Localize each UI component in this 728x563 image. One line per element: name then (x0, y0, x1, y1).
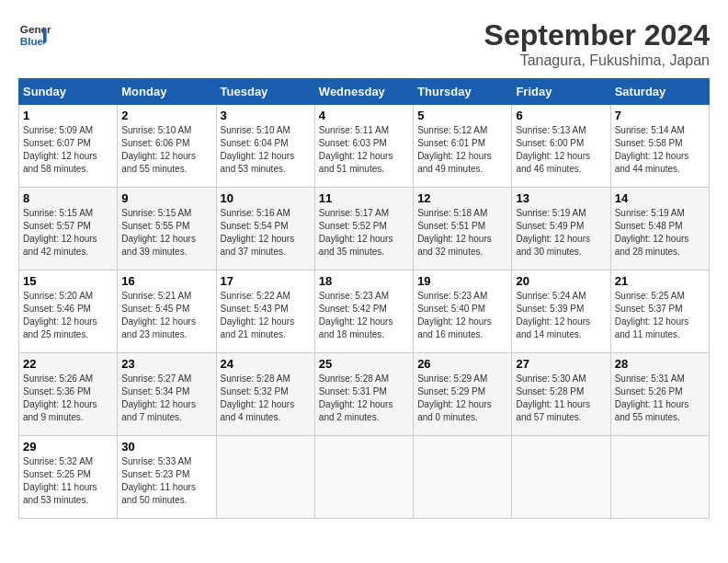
day-number: 19 (417, 274, 507, 288)
day-number: 9 (121, 191, 211, 205)
day-number: 29 (23, 440, 113, 454)
day-detail: Sunrise: 5:10 AMSunset: 6:06 PMDaylight:… (121, 124, 211, 176)
day-number: 1 (23, 109, 113, 122)
day-number: 7 (615, 109, 705, 122)
calendar-day-cell: 7Sunrise: 5:14 AMSunset: 5:58 PMDaylight… (610, 105, 709, 188)
calendar-day-cell: 22Sunrise: 5:26 AMSunset: 5:36 PMDayligh… (19, 353, 118, 436)
calendar-day-cell: 8Sunrise: 5:15 AMSunset: 5:57 PMDaylight… (19, 188, 118, 270)
day-number: 13 (516, 191, 606, 205)
title-area: September 2024 Tanagura, Fukushima, Japa… (484, 18, 710, 69)
calendar-day-cell (512, 436, 610, 519)
calendar-day-cell: 16Sunrise: 5:21 AMSunset: 5:45 PMDayligh… (118, 270, 216, 353)
day-number: 24 (221, 357, 311, 371)
calendar-day-cell: 2Sunrise: 5:10 AMSunset: 6:06 PMDaylight… (118, 105, 216, 188)
calendar-week-row: 8Sunrise: 5:15 AMSunset: 5:57 PMDaylight… (19, 188, 710, 270)
day-detail: Sunrise: 5:16 AMSunset: 5:54 PMDaylight:… (221, 207, 311, 259)
calendar-header-row: SundayMondayTuesdayWednesdayThursdayFrid… (19, 79, 710, 105)
day-detail: Sunrise: 5:18 AMSunset: 5:51 PMDaylight:… (417, 207, 507, 259)
calendar-day-cell: 10Sunrise: 5:16 AMSunset: 5:54 PMDayligh… (216, 188, 314, 270)
day-number: 17 (221, 274, 311, 288)
day-detail: Sunrise: 5:15 AMSunset: 5:55 PMDaylight:… (121, 207, 211, 259)
day-detail: Sunrise: 5:09 AMSunset: 6:07 PMDaylight:… (23, 124, 113, 176)
day-detail: Sunrise: 5:25 AMSunset: 5:37 PMDaylight:… (615, 290, 705, 341)
calendar-day-cell: 18Sunrise: 5:23 AMSunset: 5:42 PMDayligh… (314, 270, 413, 353)
calendar-day-cell: 30Sunrise: 5:33 AMSunset: 5:23 PMDayligh… (118, 436, 216, 519)
day-detail: Sunrise: 5:24 AMSunset: 5:39 PMDaylight:… (516, 290, 606, 341)
day-detail: Sunrise: 5:14 AMSunset: 5:58 PMDaylight:… (615, 124, 705, 176)
day-detail: Sunrise: 5:30 AMSunset: 5:28 PMDaylight:… (516, 373, 606, 424)
day-number: 15 (23, 274, 113, 288)
day-detail: Sunrise: 5:29 AMSunset: 5:29 PMDaylight:… (417, 373, 507, 424)
calendar-table: SundayMondayTuesdayWednesdayThursdayFrid… (18, 78, 710, 519)
day-number: 21 (615, 274, 705, 288)
day-of-week-header: Sunday (19, 79, 118, 105)
calendar-day-cell: 27Sunrise: 5:30 AMSunset: 5:28 PMDayligh… (512, 353, 610, 436)
calendar-day-cell (314, 436, 413, 519)
calendar-week-row: 22Sunrise: 5:26 AMSunset: 5:36 PMDayligh… (19, 353, 710, 436)
calendar-day-cell (414, 436, 512, 519)
day-detail: Sunrise: 5:19 AMSunset: 5:49 PMDaylight:… (516, 207, 606, 259)
day-detail: Sunrise: 5:23 AMSunset: 5:40 PMDaylight:… (417, 290, 507, 341)
calendar-body: 1Sunrise: 5:09 AMSunset: 6:07 PMDaylight… (19, 105, 710, 519)
day-detail: Sunrise: 5:12 AMSunset: 6:01 PMDaylight:… (417, 124, 507, 176)
calendar-day-cell: 5Sunrise: 5:12 AMSunset: 6:01 PMDaylight… (414, 105, 512, 188)
day-detail: Sunrise: 5:22 AMSunset: 5:43 PMDaylight:… (221, 290, 311, 341)
day-detail: Sunrise: 5:28 AMSunset: 5:32 PMDaylight:… (221, 373, 311, 424)
day-of-week-header: Friday (512, 79, 610, 105)
day-number: 28 (615, 357, 705, 371)
day-detail: Sunrise: 5:11 AMSunset: 6:03 PMDaylight:… (319, 124, 409, 176)
calendar-day-cell (216, 436, 314, 519)
calendar-day-cell: 12Sunrise: 5:18 AMSunset: 5:51 PMDayligh… (414, 188, 512, 270)
day-detail: Sunrise: 5:32 AMSunset: 5:25 PMDaylight:… (23, 455, 113, 507)
svg-text:Blue: Blue (20, 35, 44, 47)
day-detail: Sunrise: 5:17 AMSunset: 5:52 PMDaylight:… (319, 207, 409, 259)
day-of-week-header: Tuesday (216, 79, 314, 105)
day-number: 4 (319, 109, 409, 122)
calendar-day-cell: 29Sunrise: 5:32 AMSunset: 5:25 PMDayligh… (19, 436, 118, 519)
day-number: 30 (121, 440, 211, 454)
calendar-day-cell: 26Sunrise: 5:29 AMSunset: 5:29 PMDayligh… (414, 353, 512, 436)
calendar-day-cell: 24Sunrise: 5:28 AMSunset: 5:32 PMDayligh… (216, 353, 314, 436)
day-number: 11 (319, 191, 409, 205)
calendar-day-cell: 3Sunrise: 5:10 AMSunset: 6:04 PMDaylight… (216, 105, 314, 188)
svg-text:General: General (20, 23, 51, 35)
calendar-day-cell: 11Sunrise: 5:17 AMSunset: 5:52 PMDayligh… (314, 188, 413, 270)
day-number: 2 (121, 109, 211, 122)
day-number: 23 (121, 357, 211, 371)
day-number: 12 (417, 191, 507, 205)
calendar-day-cell: 13Sunrise: 5:19 AMSunset: 5:49 PMDayligh… (512, 188, 610, 270)
day-detail: Sunrise: 5:27 AMSunset: 5:34 PMDaylight:… (121, 373, 211, 424)
day-detail: Sunrise: 5:33 AMSunset: 5:23 PMDaylight:… (121, 455, 211, 507)
day-number: 10 (221, 191, 311, 205)
day-number: 14 (615, 191, 705, 205)
day-number: 16 (121, 274, 211, 288)
calendar-day-cell: 6Sunrise: 5:13 AMSunset: 6:00 PMDaylight… (512, 105, 610, 188)
day-of-week-header: Wednesday (314, 79, 413, 105)
day-number: 26 (417, 357, 507, 371)
day-number: 8 (23, 191, 113, 205)
calendar-day-cell: 9Sunrise: 5:15 AMSunset: 5:55 PMDaylight… (118, 188, 216, 270)
page-title: September 2024 (484, 18, 710, 52)
day-detail: Sunrise: 5:28 AMSunset: 5:31 PMDaylight:… (319, 373, 409, 424)
day-number: 27 (516, 357, 606, 371)
day-detail: Sunrise: 5:15 AMSunset: 5:57 PMDaylight:… (23, 207, 113, 259)
calendar-week-row: 29Sunrise: 5:32 AMSunset: 5:25 PMDayligh… (19, 436, 710, 519)
day-detail: Sunrise: 5:20 AMSunset: 5:46 PMDaylight:… (23, 290, 113, 341)
day-number: 25 (319, 357, 409, 371)
calendar-day-cell: 14Sunrise: 5:19 AMSunset: 5:48 PMDayligh… (610, 188, 709, 270)
day-number: 3 (221, 109, 311, 122)
page-subtitle: Tanagura, Fukushima, Japan (484, 52, 710, 69)
day-number: 18 (319, 274, 409, 288)
day-detail: Sunrise: 5:23 AMSunset: 5:42 PMDaylight:… (319, 290, 409, 341)
day-number: 20 (516, 274, 606, 288)
day-of-week-header: Monday (118, 79, 216, 105)
calendar-day-cell: 28Sunrise: 5:31 AMSunset: 5:26 PMDayligh… (610, 353, 709, 436)
day-number: 6 (516, 109, 606, 122)
calendar-week-row: 15Sunrise: 5:20 AMSunset: 5:46 PMDayligh… (19, 270, 710, 353)
calendar-day-cell (610, 436, 709, 519)
calendar-day-cell: 25Sunrise: 5:28 AMSunset: 5:31 PMDayligh… (314, 353, 413, 436)
logo-icon: General Blue (18, 18, 51, 52)
day-detail: Sunrise: 5:31 AMSunset: 5:26 PMDaylight:… (615, 373, 705, 424)
calendar-day-cell: 20Sunrise: 5:24 AMSunset: 5:39 PMDayligh… (512, 270, 610, 353)
calendar-day-cell: 21Sunrise: 5:25 AMSunset: 5:37 PMDayligh… (610, 270, 709, 353)
